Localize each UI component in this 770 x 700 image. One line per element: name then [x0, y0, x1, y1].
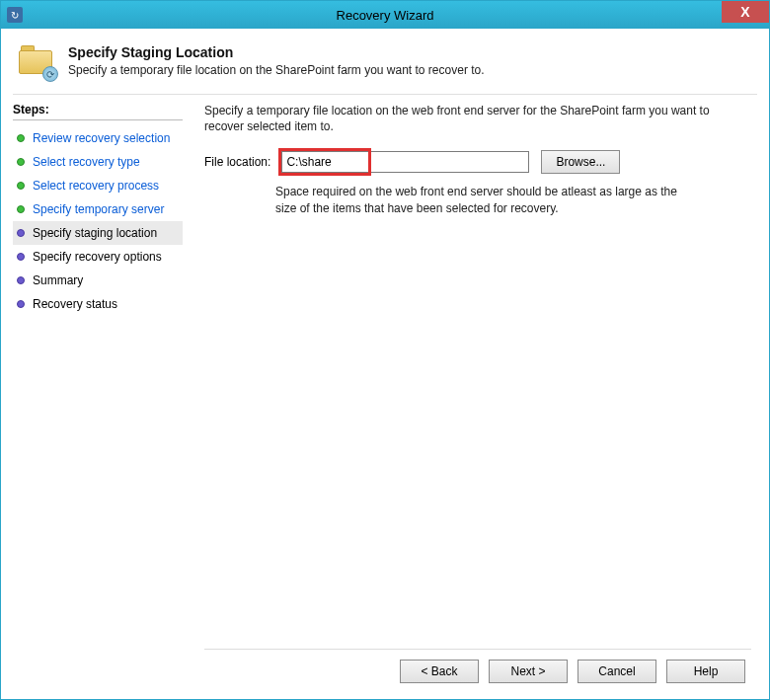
step-label: Review recovery selection: [33, 131, 170, 145]
wizard-footer: < Back Next > Cancel Help: [204, 649, 751, 687]
file-location-row: File location: Browse...: [204, 148, 751, 176]
back-button[interactable]: < Back: [400, 660, 479, 683]
recovery-wizard-window: ↻ Recovery Wizard X ⟳ Specify Staging Lo…: [0, 0, 770, 700]
page-header: ⟳ Specify Staging Location Specify a tem…: [13, 39, 757, 95]
step-label: Summary: [33, 273, 83, 287]
bullet-icon: [17, 276, 25, 284]
step-label: Select recovery type: [33, 155, 140, 169]
step-specify-temporary-server[interactable]: Specify temporary server: [13, 197, 183, 221]
bullet-icon: [17, 229, 25, 237]
titlebar: ↻ Recovery Wizard X: [1, 1, 769, 29]
step-recovery-status[interactable]: Recovery status: [13, 292, 183, 316]
help-button[interactable]: Help: [666, 660, 745, 683]
bullet-icon: [17, 300, 25, 308]
staging-folder-icon: ⟳: [17, 44, 56, 80]
step-label: Select recovery process: [33, 179, 159, 193]
check-icon: [17, 158, 25, 166]
file-location-input-extension[interactable]: [371, 151, 529, 173]
space-hint-text: Space required on the web front end serv…: [275, 184, 700, 215]
window-title: Recovery Wizard: [1, 8, 769, 23]
file-location-highlight: [278, 148, 371, 176]
file-location-input[interactable]: [281, 151, 368, 173]
steps-pane: Steps: Review recovery selection Select …: [13, 103, 191, 687]
cancel-button[interactable]: Cancel: [578, 660, 656, 683]
check-icon: [17, 134, 25, 142]
step-select-recovery-type[interactable]: Select recovery type: [13, 150, 183, 174]
step-label: Specify recovery options: [33, 250, 162, 264]
check-icon: [17, 205, 25, 213]
page-subtitle: Specify a temporary file location on the…: [68, 63, 485, 77]
bullet-icon: [17, 253, 25, 261]
steps-heading: Steps:: [13, 103, 183, 120]
check-icon: [17, 182, 25, 190]
page-title: Specify Staging Location: [68, 44, 485, 60]
instruction-text: Specify a temporary file location on the…: [204, 103, 751, 134]
content-pane: Specify a temporary file location on the…: [191, 103, 757, 687]
window-body: ⟳ Specify Staging Location Specify a tem…: [1, 29, 769, 699]
step-label: Specify temporary server: [33, 202, 164, 216]
step-label: Recovery status: [33, 297, 117, 311]
browse-button[interactable]: Browse...: [541, 150, 620, 174]
step-select-recovery-process[interactable]: Select recovery process: [13, 174, 183, 197]
spacer: [204, 216, 751, 649]
close-button[interactable]: X: [722, 1, 769, 23]
step-specify-recovery-options[interactable]: Specify recovery options: [13, 245, 183, 269]
next-button[interactable]: Next >: [489, 660, 568, 683]
body-area: Steps: Review recovery selection Select …: [13, 103, 757, 687]
step-label: Specify staging location: [33, 226, 157, 240]
step-summary[interactable]: Summary: [13, 269, 183, 292]
step-specify-staging-location[interactable]: Specify staging location: [13, 221, 183, 245]
file-location-label: File location:: [204, 155, 270, 169]
step-review-recovery-selection[interactable]: Review recovery selection: [13, 126, 183, 150]
